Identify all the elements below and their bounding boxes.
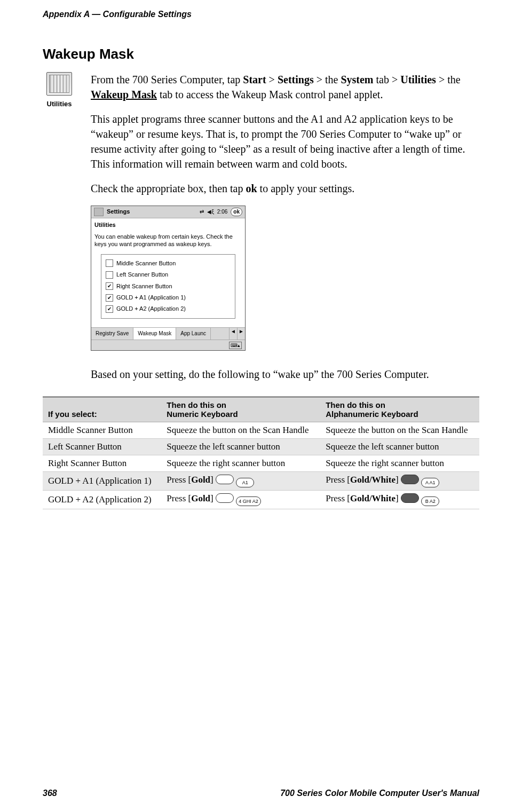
page-footer: 368 700 Series Color Mobile Computer Use… — [43, 789, 479, 798]
cell: GOLD + A2 (Application 2) — [43, 491, 161, 509]
checkbox-icon: ✔ — [106, 282, 113, 290]
key-icon: B A2 — [421, 496, 439, 506]
p3-ok: ok — [246, 183, 257, 194]
checkbox-icon: ✔ — [106, 294, 113, 302]
p3-a: Check the appropriate box, then tap — [91, 183, 246, 194]
cell: Squeeze the right scanner button — [161, 455, 320, 472]
p1-gt1: > — [266, 74, 278, 85]
cell: Squeeze the right scanner button — [320, 455, 479, 472]
ss-title: Settings — [107, 208, 130, 216]
ok-button: ok — [231, 208, 242, 216]
key-icon: A A1 — [421, 478, 439, 487]
ss-check-item: ✔ GOLD + A1 (Application 1) — [106, 292, 231, 303]
th-numeric: Then do this onNumeric Keyboard — [161, 397, 320, 422]
cell: Right Scanner Button — [43, 455, 161, 472]
running-head: Appendix A — Configurable Settings — [43, 10, 479, 19]
chevron-left-icon: ◄ — [229, 328, 237, 340]
ss-sip-bar: ⌨▴ — [91, 340, 245, 351]
ss-check-label: GOLD + A1 (Application 1) — [116, 294, 186, 302]
paragraph-4: Based on your setting, do the following … — [91, 367, 479, 382]
ss-time: 2:06 — [217, 208, 227, 216]
ss-tab-strip: Registry Save Wakeup Mask App Launc ◄► — [91, 327, 245, 340]
ss-check-label: Left Scanner Button — [116, 271, 168, 279]
cell: Press [Gold] A1 — [161, 472, 320, 491]
gold-key-icon — [216, 475, 234, 484]
utilities-icon-label: Utilities — [43, 100, 76, 108]
cell: Press [Gold/White] A A1 — [320, 472, 479, 491]
table-row: GOLD + A2 (Application 2) Press [Gold] 4… — [43, 491, 479, 509]
ss-window: Settings ⇄ ◀ξ 2:06 ok Utilities You can … — [91, 206, 246, 351]
ss-tab: Registry Save — [91, 328, 133, 340]
checkbox-icon — [106, 259, 113, 267]
icon-column: Utilities — [43, 72, 76, 391]
p1-system: System — [341, 74, 373, 85]
ss-check-label: Middle Scanner Button — [116, 259, 176, 267]
ss-check-item: ✔ GOLD + A2 (Application 2) — [106, 303, 231, 314]
section-heading: Wakeup Mask — [43, 46, 479, 62]
p3-b: to apply your settings. — [257, 183, 355, 194]
paragraph-2: This applet programs three scanner butto… — [91, 112, 479, 171]
intro-block: Utilities From the 700 Series Computer, … — [43, 72, 479, 391]
cell: Press [Gold] 4 GHI A2 — [161, 491, 320, 509]
cell: GOLD + A1 (Application 1) — [43, 472, 161, 491]
text-column: From the 700 Series Computer, tap Start … — [91, 72, 479, 391]
connectivity-icon: ⇄ — [200, 208, 204, 216]
cell: Press [Gold/White] B A2 — [320, 491, 479, 509]
ss-check-item: Middle Scanner Button — [106, 258, 231, 269]
key-icon: A1 — [236, 478, 254, 487]
wakeup-table: If you select: Then do this onNumeric Ke… — [43, 397, 479, 509]
manual-title: 700 Series Color Mobile Computer User's … — [280, 789, 479, 798]
ss-checklist: Middle Scanner Button Left Scanner Butto… — [101, 254, 235, 319]
chevron-right-icon: ► — [237, 328, 245, 340]
paragraph-1: From the 700 Series Computer, tap Start … — [91, 72, 479, 102]
cell: Left Scanner Button — [43, 439, 161, 455]
cell: Middle Scanner Button — [43, 422, 161, 439]
p1-settings: Settings — [278, 74, 314, 85]
volume-icon: ◀ξ — [207, 208, 213, 216]
ss-check-item: ✔ Right Scanner Button — [106, 281, 231, 292]
table-row: Middle Scanner Button Squeeze the button… — [43, 422, 479, 439]
ss-subtitle: Utilities — [91, 218, 245, 233]
p1-gt2: > the — [314, 74, 341, 85]
start-flag-icon — [94, 208, 104, 216]
gold-key-icon — [216, 493, 234, 503]
p1-start: Start — [243, 74, 266, 85]
cell: Squeeze the left scanner button — [320, 439, 479, 455]
table-row: Right Scanner Button Squeeze the right s… — [43, 455, 479, 472]
checkbox-icon: ✔ — [106, 305, 113, 313]
ss-description: You can enable wakeup from certain keys.… — [91, 233, 245, 251]
ss-tab-scroll: ◄► — [229, 328, 245, 340]
paragraph-3: Check the appropriate box, then tap ok t… — [91, 181, 479, 196]
cell: Squeeze the button on the Scan Handle — [161, 422, 320, 439]
cell: Squeeze the button on the Scan Handle — [320, 422, 479, 439]
p1-d: tab to access the Wakeup Mask control pa… — [157, 89, 383, 100]
table-row: Left Scanner Button Squeeze the left sca… — [43, 439, 479, 455]
cell: Squeeze the left scanner button — [161, 439, 320, 455]
goldwhite-key-icon — [401, 475, 419, 484]
table-row: GOLD + A1 (Application 1) Press [Gold] A… — [43, 472, 479, 491]
ss-check-label: Right Scanner Button — [116, 282, 172, 290]
checkbox-icon — [106, 271, 113, 279]
p1-wakeup: Wakeup Mask — [91, 89, 157, 100]
utilities-icon — [46, 72, 72, 96]
page-number: 368 — [43, 789, 57, 798]
key-icon: 4 GHI A2 — [236, 496, 261, 506]
ss-titlebar: Settings ⇄ ◀ξ 2:06 ok — [91, 206, 245, 218]
p1-utilities: Utilities — [400, 74, 436, 85]
th-select: If you select: — [43, 397, 161, 422]
p1-a: From the 700 Series Computer, tap — [91, 74, 243, 85]
ss-check-item: Left Scanner Button — [106, 269, 231, 280]
goldwhite-key-icon — [401, 493, 419, 503]
p1-b: tab > — [374, 74, 401, 85]
ss-tab: App Launc — [176, 328, 211, 340]
ss-tab-active: Wakeup Mask — [133, 328, 176, 340]
keyboard-icon: ⌨▴ — [229, 342, 242, 350]
ss-check-label: GOLD + A2 (Application 2) — [116, 305, 186, 313]
p1-c: > the — [436, 74, 461, 85]
th-alpha: Then do this onAlphanumeric Keyboard — [320, 397, 479, 422]
embedded-screenshot: Settings ⇄ ◀ξ 2:06 ok Utilities You can … — [91, 206, 246, 351]
